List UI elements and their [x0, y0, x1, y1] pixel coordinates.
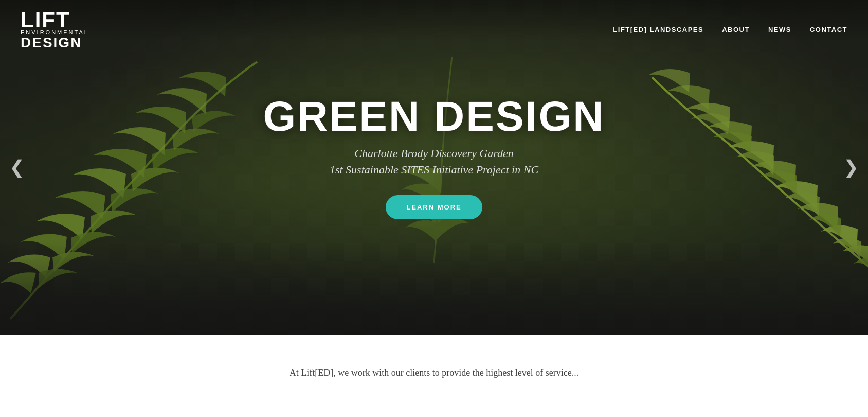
- below-hero-text: At Lift[ED], we work with our clients to…: [203, 366, 665, 380]
- site-header: LIFT ENVIRONMENTAL DESIGN LIFT[ED] LANDS…: [0, 0, 868, 59]
- nav-item-about[interactable]: ABOUT: [722, 26, 750, 33]
- logo-lift: LIFT: [21, 9, 89, 31]
- logo[interactable]: LIFT ENVIRONMENTAL DESIGN: [21, 9, 89, 50]
- hero-subtitle-1: Charlotte Brody Discovery Garden: [354, 147, 513, 160]
- main-nav: LIFT[ED] LANDSCAPES ABOUT NEWS CONTACT: [613, 26, 847, 33]
- prev-arrow[interactable]: ❮: [9, 157, 25, 178]
- nav-item-news[interactable]: NEWS: [768, 26, 791, 33]
- logo-design: DESIGN: [21, 36, 89, 50]
- learn-more-button[interactable]: LEARN MORE: [386, 195, 482, 219]
- hero-subtitle-2: 1st Sustainable SITES Initiative Project…: [330, 163, 538, 177]
- nav-item-lifted-landscapes[interactable]: LIFT[ED] LANDSCAPES: [613, 26, 703, 33]
- nav-item-contact[interactable]: CONTACT: [810, 26, 847, 33]
- below-hero-section: At Lift[ED], we work with our clients to…: [0, 335, 868, 380]
- next-arrow[interactable]: ❯: [843, 157, 859, 178]
- hero-title: GREEN DESIGN: [263, 95, 605, 137]
